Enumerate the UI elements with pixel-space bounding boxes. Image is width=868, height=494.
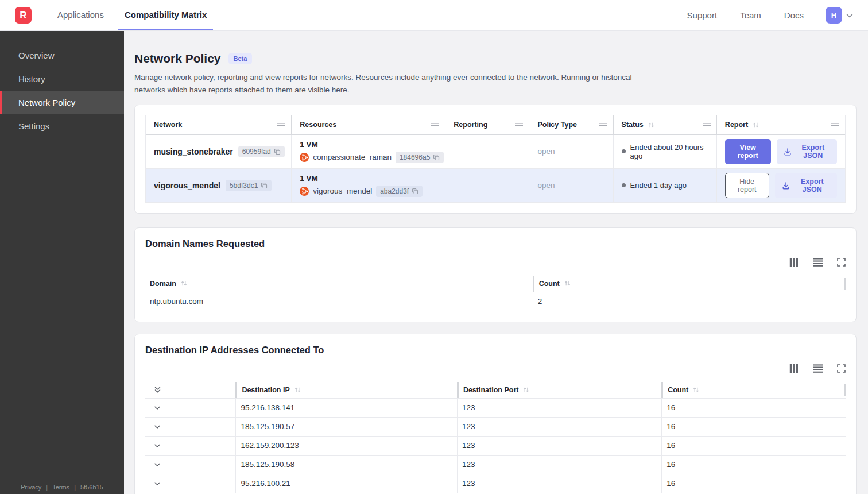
reporting-cell: – <box>445 169 529 203</box>
navbar: R Applications Compatibility Matrix Supp… <box>0 0 868 31</box>
vm-name: vigorous_mendel <box>313 187 372 195</box>
footer-divider: | <box>74 484 76 491</box>
view-report-button[interactable]: View report <box>725 139 771 164</box>
sidebar-item-network-policy[interactable]: Network Policy <box>0 91 124 114</box>
column-resize-handle-icon[interactable] <box>277 122 285 127</box>
sort-icon[interactable] <box>180 280 188 287</box>
report-cell: Hide report Export JSON <box>716 169 845 203</box>
columns-view-icon[interactable] <box>789 364 799 373</box>
status-dot <box>622 149 626 153</box>
col-header-count: Count <box>533 276 846 292</box>
sort-icon[interactable] <box>294 386 301 393</box>
vm-count: 1 VM <box>300 140 318 149</box>
nav-compatibility-matrix[interactable]: Compatibility Matrix <box>118 0 213 30</box>
sort-icon[interactable] <box>692 386 700 393</box>
rows-view-icon[interactable] <box>813 258 823 267</box>
destination-row: 162.159.200.123 123 16 <box>145 436 846 455</box>
copy-icon[interactable] <box>274 148 281 155</box>
row-expander[interactable] <box>145 417 235 436</box>
destination-port-cell: 123 <box>457 417 661 436</box>
copy-icon[interactable] <box>412 188 418 195</box>
column-resize-handle-icon[interactable] <box>599 122 607 127</box>
rows-view-icon[interactable] <box>813 364 823 373</box>
destination-ip-cell: 185.125.190.58 <box>235 455 457 474</box>
expand-all-rows <box>145 382 235 398</box>
count-cell: 16 <box>661 417 846 436</box>
beta-badge: Beta <box>228 53 253 64</box>
chevron-down-icon[interactable] <box>845 11 854 20</box>
sort-icon[interactable] <box>648 121 655 129</box>
vm-id: 184696a5 <box>400 153 430 161</box>
column-resize-handle-icon[interactable] <box>431 122 439 127</box>
status-text: Ended about 20 hours ago <box>630 143 708 160</box>
row-expander[interactable] <box>145 474 235 493</box>
sidebar-item-settings[interactable]: Settings <box>0 114 124 138</box>
destination-ip-cell: 95.216.138.141 <box>235 398 457 417</box>
destination-ip-cell: 185.125.190.57 <box>235 417 457 436</box>
nav-support[interactable]: Support <box>676 10 729 20</box>
row-expander[interactable] <box>145 436 235 455</box>
sidebar-footer: Privacy|Terms|5f56b15 <box>0 484 124 491</box>
destinations-table: Destination IP Destination Port Count 95… <box>145 382 846 493</box>
column-resize-handle-icon[interactable] <box>703 122 711 127</box>
network-row: musing_stonebraker 60959fad 1 VM compass… <box>146 135 845 169</box>
hide-report-button[interactable]: Hide report <box>725 173 769 198</box>
nav-team[interactable]: Team <box>728 10 773 20</box>
destination-port-cell: 123 <box>457 474 661 493</box>
network-name-cell: vigorous_mendel 5bdf3dc1 <box>146 169 291 203</box>
domain-cell: ntp.ubuntu.com <box>145 292 533 311</box>
copy-icon[interactable] <box>433 154 440 161</box>
sort-icon[interactable] <box>564 280 571 287</box>
vm-id: aba2dd3f <box>380 187 409 195</box>
column-resize-handle-icon[interactable] <box>831 122 839 127</box>
row-expander[interactable] <box>145 398 235 417</box>
col-label: Destination IP <box>242 386 289 394</box>
fullscreen-icon[interactable] <box>837 258 846 267</box>
destination-port-cell: 123 <box>457 398 661 417</box>
count-cell: 2 <box>533 292 846 311</box>
fullscreen-icon[interactable] <box>837 364 846 373</box>
col-label: Status <box>622 121 644 129</box>
network-row: vigorous_mendel 5bdf3dc1 1 VM vigorous_m… <box>146 169 845 203</box>
domains-table: Domain Count ntp.ubuntu.com 2 <box>145 276 846 311</box>
privacy-link[interactable]: Privacy <box>21 484 41 491</box>
destinations-card: Destination IP Addresses Connected To De… <box>134 334 857 494</box>
domains-card-title: Domain Names Requested <box>145 238 846 249</box>
col-header-destination-port: Destination Port <box>457 382 661 398</box>
app-logo[interactable]: R <box>15 7 32 24</box>
domains-table-header: Domain Count <box>145 276 846 292</box>
destination-row: 95.216.100.21 123 16 <box>145 474 846 493</box>
copy-icon[interactable] <box>261 182 268 189</box>
export-json-button[interactable]: Export JSON <box>775 173 837 198</box>
page-description: Manage network policy, reporting and vie… <box>134 71 642 97</box>
export-json-label: Export JSON <box>795 177 830 194</box>
sidebar-item-overview[interactable]: Overview <box>0 44 124 67</box>
terms-link[interactable]: Terms <box>52 484 69 491</box>
double-chevron-down-icon[interactable] <box>153 385 162 394</box>
download-icon <box>784 148 792 156</box>
nav-applications[interactable]: Applications <box>51 0 110 30</box>
footer-divider: | <box>46 484 48 491</box>
column-resize-handle-icon[interactable] <box>515 122 523 127</box>
nav-docs[interactable]: Docs <box>773 10 815 20</box>
sidebar-item-history[interactable]: History <box>0 67 124 91</box>
destination-port-cell: 123 <box>457 455 661 474</box>
col-header-domain: Domain <box>145 276 533 292</box>
vm-count: 1 VM <box>300 174 318 183</box>
download-icon <box>782 182 790 190</box>
report-cell: View report Export JSON <box>716 135 845 169</box>
export-json-label: Export JSON <box>796 144 830 160</box>
row-expander[interactable] <box>145 455 235 474</box>
network-name: musing_stonebraker <box>154 147 233 156</box>
sort-icon[interactable] <box>752 121 760 129</box>
sort-icon[interactable] <box>522 386 530 393</box>
domains-card-toolbar <box>145 256 846 269</box>
columns-view-icon[interactable] <box>789 258 799 267</box>
avatar[interactable]: H <box>826 7 842 24</box>
destination-row: 95.216.138.141 123 16 <box>145 398 846 417</box>
count-cell: 16 <box>661 474 846 493</box>
export-json-button[interactable]: Export JSON <box>777 139 837 164</box>
network-name-cell: musing_stonebraker 60959fad <box>146 135 291 169</box>
network-table-header: Network Resources Reporting Policy Type … <box>146 115 845 135</box>
vm-name: compassionate_raman <box>313 153 392 161</box>
